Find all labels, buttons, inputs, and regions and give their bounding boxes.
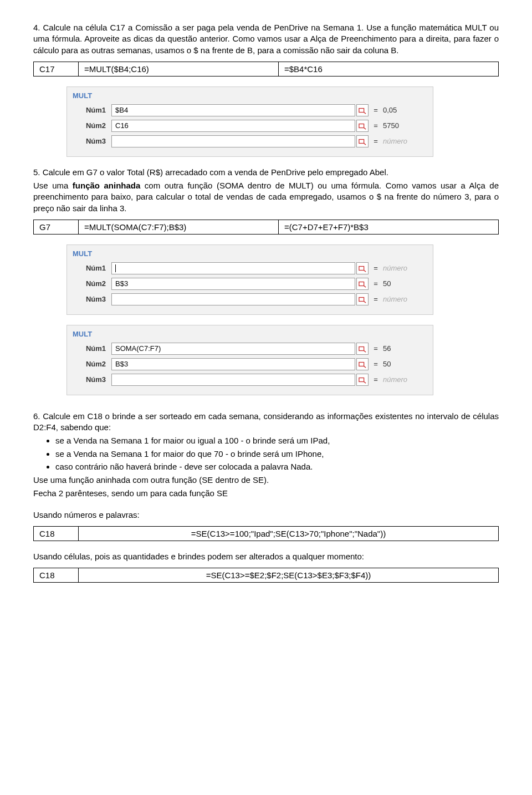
svg-rect-0	[359, 108, 364, 112]
arg-label: Núm3	[73, 137, 111, 145]
mult-row-num2: Núm2 B$3 = 50	[73, 358, 427, 370]
range-picker-icon[interactable]	[356, 343, 369, 355]
range-picker-icon[interactable]	[356, 278, 369, 290]
q4-cell: C17	[34, 62, 79, 76]
q6-bullets: se a Venda na Semana 1 for maior ou igua…	[44, 435, 499, 472]
svg-rect-2	[359, 139, 364, 143]
q6-heading-2: Usando células, pois as quantidades e br…	[33, 551, 499, 562]
svg-rect-6	[359, 346, 364, 350]
range-picker-icon[interactable]	[356, 104, 369, 116]
arg-result-placeholder: número	[383, 295, 427, 303]
q4-formula-1: =MULT($B4;C16)	[79, 62, 279, 76]
q6-cell-1: C18	[34, 526, 79, 541]
svg-rect-7	[359, 362, 364, 366]
mult-panel-q4: MULT Núm1 $B4 = 0,05 Núm2 C16 = 5750 Núm…	[66, 86, 433, 157]
q6-text-1: 6. Calcule em C18 o brinde a ser sortead…	[33, 411, 499, 434]
arg-label: Núm1	[73, 344, 111, 353]
range-picker-icon[interactable]	[356, 120, 369, 132]
mult-panel-q5-b: MULT Núm1 SOMA(C7:F7) = 56 Núm2 B$3 = 50…	[66, 325, 433, 395]
q4-formula-table: C17 =MULT($B4;C16) =$B4*C16	[33, 62, 499, 77]
arg-label: Núm3	[73, 375, 111, 384]
arg-result: 50	[383, 279, 427, 288]
arg-label: Núm2	[73, 121, 111, 130]
svg-rect-3	[359, 266, 364, 270]
equals-sign: =	[369, 137, 383, 145]
arg-result-placeholder: número	[383, 375, 427, 384]
bold-phrase: função aninhada	[73, 181, 141, 190]
arg-input[interactable]: B$3	[111, 278, 355, 290]
q6-formula-table-1: C18 =SE(C13>=100;"Ipad";SE(C13>70;"Iphon…	[33, 526, 499, 541]
svg-rect-4	[359, 282, 364, 286]
q6-formula-table-2: C18 =SE(C13>=$E2;$F2;SE(C13>$E3;$F3;$F4)…	[33, 568, 499, 583]
q4-formula-2: =$B4*C16	[279, 62, 499, 76]
equals-sign: =	[369, 264, 383, 272]
mult-title: MULT	[73, 91, 427, 100]
mult-row-num3: Núm3 = número	[73, 374, 427, 386]
arg-input[interactable]: SOMA(C7:F7)	[111, 343, 355, 355]
arg-input[interactable]: C16	[111, 120, 355, 132]
q6-bullet-2: se a Venda na Semana 1 for maior do que …	[55, 449, 499, 460]
arg-result-placeholder: número	[383, 137, 427, 145]
mult-row-num3: Núm3 = número	[73, 135, 427, 147]
svg-rect-1	[359, 124, 364, 128]
equals-sign: =	[369, 279, 383, 288]
equals-sign: =	[369, 344, 383, 353]
arg-result: 56	[383, 344, 427, 353]
q6-text-3: Fecha 2 parênteses, sendo um para cada f…	[33, 488, 499, 499]
arg-input[interactable]	[111, 374, 355, 386]
q5-text-2: Use uma função aninhada com outra função…	[33, 180, 499, 214]
arg-input[interactable]: $B4	[111, 104, 355, 116]
equals-sign: =	[369, 360, 383, 368]
mult-row-num3: Núm3 = número	[73, 293, 427, 305]
arg-label: Núm2	[73, 279, 111, 288]
q5-text-1: 5. Calcule em G7 o valor Total (R$) arre…	[33, 167, 499, 178]
equals-sign: =	[369, 121, 383, 130]
q5-text-2a: Use uma	[33, 181, 73, 190]
arg-input[interactable]: B$3	[111, 358, 355, 370]
mult-row-num1: Núm1 SOMA(C7:F7) = 56	[73, 343, 427, 355]
arg-result: 50	[383, 360, 427, 368]
q6-heading-1: Usando números e palavras:	[33, 509, 499, 521]
arg-input[interactable]	[111, 135, 355, 147]
q4-text: 4. Calcule na célula C17 a Comissão a se…	[33, 22, 499, 56]
q6-bullet-3: caso contrário não haverá brinde - deve …	[55, 461, 499, 472]
q6-cell-2: C18	[34, 568, 79, 583]
q6-bullet-1: se a Venda na Semana 1 for maior ou igua…	[55, 435, 499, 446]
equals-sign: =	[369, 375, 383, 384]
mult-row-num2: Núm2 C16 = 5750	[73, 120, 427, 132]
mult-title: MULT	[73, 249, 427, 258]
mult-row-num1: Núm1 = número	[73, 262, 427, 274]
arg-result-placeholder: número	[383, 264, 427, 272]
q5-formula-2: =(C7+D7+E7+F7)*B$3	[279, 220, 499, 234]
mult-row-num1: Núm1 $B4 = 0,05	[73, 104, 427, 116]
arg-input[interactable]	[111, 262, 355, 274]
q5-cell: G7	[34, 220, 79, 234]
equals-sign: =	[369, 106, 383, 114]
q5-formula-1: =MULT(SOMA(C7:F7);B$3)	[79, 220, 279, 234]
arg-input[interactable]	[111, 293, 355, 305]
range-picker-icon[interactable]	[356, 135, 369, 147]
mult-panel-q5-a: MULT Núm1 = número Núm2 B$3 = 50 Núm3 = …	[66, 244, 433, 315]
q6-text-2: Use uma função aninhada com outra função…	[33, 475, 499, 486]
range-picker-icon[interactable]	[356, 293, 369, 305]
range-picker-icon[interactable]	[356, 374, 369, 386]
q6-formula-2: =SE(C13>=$E2;$F2;SE(C13>$E3;$F3;$F4))	[79, 568, 499, 583]
range-picker-icon[interactable]	[356, 358, 369, 370]
svg-rect-8	[359, 378, 364, 381]
mult-row-num2: Núm2 B$3 = 50	[73, 278, 427, 290]
range-picker-icon[interactable]	[356, 262, 369, 274]
arg-label: Núm3	[73, 295, 111, 303]
arg-result: 0,05	[383, 106, 427, 114]
arg-label: Núm2	[73, 360, 111, 368]
mult-title: MULT	[73, 330, 427, 338]
svg-rect-5	[359, 297, 364, 301]
q6-formula-1: =SE(C13>=100;"Ipad";SE(C13>70;"Iphone";"…	[79, 526, 499, 541]
q5-formula-table: G7 =MULT(SOMA(C7:F7);B$3) =(C7+D7+E7+F7)…	[33, 220, 499, 235]
equals-sign: =	[369, 295, 383, 303]
arg-result: 5750	[383, 121, 427, 130]
arg-label: Núm1	[73, 106, 111, 114]
arg-label: Núm1	[73, 264, 111, 272]
